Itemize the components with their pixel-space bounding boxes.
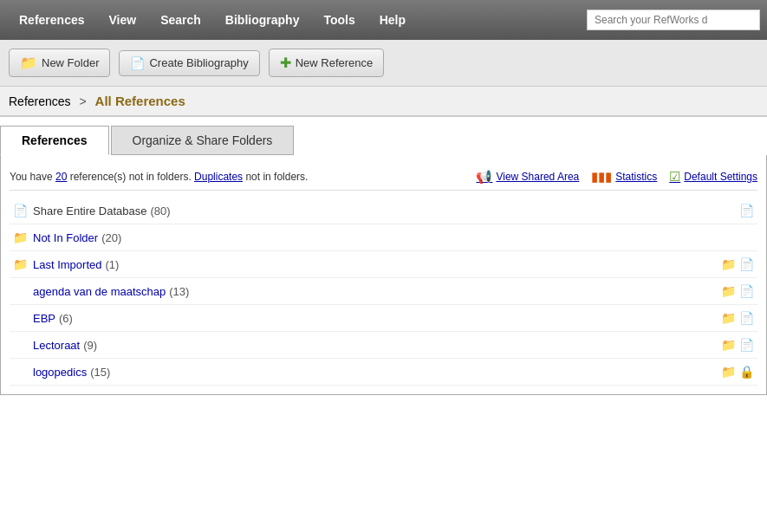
nav-references[interactable]: References [7, 0, 97, 40]
folder-row-agenda: 📁 agenda van de maatschap (13) 📁 📄 [10, 278, 757, 305]
breadcrumb-separator: > [79, 94, 86, 108]
folder-spacer2: 📁 [13, 311, 28, 325]
tabs: References Organize & Share Folders [0, 126, 767, 155]
nav-help[interactable]: Help [367, 0, 418, 40]
folder-lectoraat-move-icon[interactable]: 📁 [721, 338, 736, 352]
share-icon: 📢 [476, 169, 492, 185]
folder-row-share-entire: 📄 Share Entire Database (80) 📄 [10, 198, 757, 224]
nav-view[interactable]: View [97, 0, 149, 40]
new-folder-label: New Folder [42, 56, 99, 69]
breadcrumb-current: All References [95, 94, 185, 108]
tab-area: References Organize & Share Folders You … [0, 117, 767, 395]
database-icon: 📄 [13, 204, 28, 217]
folder-share-entire-name: Share Entire Database [33, 204, 147, 217]
export-icon[interactable]: 📄 [739, 204, 754, 217]
folder-ebp-export-icon[interactable]: 📄 [739, 311, 754, 325]
folder-agenda-count: (13) [169, 285, 189, 298]
folder-last-imported-actions: 📁 📄 [721, 257, 754, 271]
tab-organize[interactable]: Organize & Share Folders [111, 126, 295, 155]
folder-last-imported-link[interactable]: Last Imported [33, 258, 102, 271]
folder-logopedics-lock-icon[interactable]: 🔒 [739, 365, 754, 379]
folder-spacer4: 📁 [13, 365, 28, 379]
folder-agenda-actions: 📁 📄 [721, 284, 754, 298]
folder-row-lectoraat: 📁 Lectoraat (9) 📁 📄 [10, 332, 757, 359]
stats-icon: ▮▮▮ [591, 169, 612, 185]
folder-logopedics-count: (15) [90, 366, 110, 379]
folder-agenda-export-icon[interactable]: 📄 [739, 284, 754, 298]
top-navigation: References View Search Bibliography Tool… [0, 0, 767, 40]
new-reference-button[interactable]: ✚ New Reference [269, 49, 385, 77]
folder-not-in-folder-link[interactable]: Not In Folder [33, 231, 98, 244]
new-reference-label: New Reference [296, 56, 374, 69]
folder-logopedics-actions: 📁 🔒 [721, 365, 754, 379]
folder-share-entire-actions: 📄 [739, 204, 754, 217]
folder-plain-icon: 📁 [13, 230, 28, 244]
right-links: 📢 View Shared Area ▮▮▮ Statistics ☑ Defa… [476, 169, 757, 185]
folder-spacer: 📁 [13, 284, 28, 298]
folder-ebp-link[interactable]: EBP [33, 312, 55, 325]
folder-logopedics-move-icon[interactable]: 📁 [721, 365, 736, 379]
toolbar: 📁 New Folder 📄 Create Bibliography ✚ New… [0, 40, 767, 87]
folder-green-icon: 📁 [13, 257, 28, 271]
folder-not-in-folder-count: (20) [101, 231, 121, 244]
folder-row-logopedics: 📁 logopedics (15) 📁 🔒 [10, 359, 757, 386]
folder-ebp-actions: 📁 📄 [721, 311, 754, 325]
plus-circle-icon: ✚ [280, 55, 291, 71]
folder-logopedics-link[interactable]: logopedics [33, 366, 87, 379]
content-area: You have 20 reference(s) not in folders.… [0, 155, 767, 395]
folder-lectoraat-actions: 📁 📄 [721, 338, 754, 352]
folder-move-icon[interactable]: 📁 [721, 257, 736, 271]
create-bibliography-label: Create Bibliography [149, 56, 248, 69]
info-bar: You have 20 reference(s) not in folders.… [10, 164, 757, 191]
count-link[interactable]: 20 [55, 171, 67, 183]
folder-row-ebp: 📁 EBP (6) 📁 📄 [10, 305, 757, 332]
nav-bibliography[interactable]: Bibliography [213, 0, 312, 40]
folder-ebp-move-icon[interactable]: 📁 [721, 311, 736, 325]
new-folder-button[interactable]: 📁 New Folder [9, 49, 110, 77]
bibliography-icon: 📄 [130, 56, 145, 70]
nav-tools[interactable]: Tools [311, 0, 367, 40]
breadcrumb: References > All References [0, 87, 767, 117]
create-bibliography-button[interactable]: 📄 Create Bibliography [119, 50, 259, 76]
folder-lectoraat-link[interactable]: Lectoraat [33, 339, 80, 352]
folder-row-not-in-folder: 📁 Not In Folder (20) [10, 224, 757, 251]
folder-lectoraat-export-icon[interactable]: 📄 [739, 338, 754, 352]
duplicates-link[interactable]: Duplicates [194, 171, 243, 183]
folder-row-last-imported: 📁 Last Imported (1) 📁 📄 [10, 251, 757, 278]
folder-share-entire-count: (80) [151, 204, 171, 217]
breadcrumb-root[interactable]: References [9, 94, 71, 108]
settings-icon: ☑ [669, 169, 680, 185]
folder-export2-icon[interactable]: 📄 [739, 257, 754, 271]
folder-list: 📄 Share Entire Database (80) 📄 📁 Not In … [10, 198, 757, 386]
info-text: You have 20 reference(s) not in folders.… [10, 171, 308, 183]
folder-spacer3: 📁 [13, 338, 28, 352]
folder-icon: 📁 [20, 55, 37, 71]
search-input[interactable] [587, 10, 760, 30]
view-shared-link[interactable]: 📢 View Shared Area [476, 169, 579, 185]
default-settings-link[interactable]: ☑ Default Settings [669, 169, 757, 185]
statistics-link[interactable]: ▮▮▮ Statistics [591, 169, 657, 185]
folder-lectoraat-count: (9) [83, 339, 97, 352]
folder-agenda-move-icon[interactable]: 📁 [721, 284, 736, 298]
tab-references[interactable]: References [0, 126, 109, 155]
folder-agenda-link[interactable]: agenda van de maatschap [33, 285, 166, 298]
folder-ebp-count: (6) [59, 312, 73, 325]
nav-search[interactable]: Search [148, 0, 213, 40]
folder-last-imported-count: (1) [106, 258, 120, 271]
